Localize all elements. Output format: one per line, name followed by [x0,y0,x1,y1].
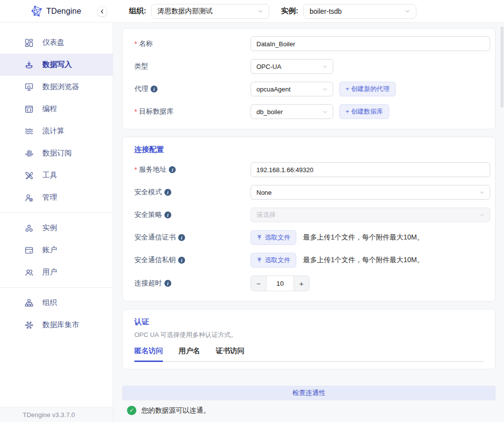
target-db-field-row: * 目标数据库 db_boiler + 创建数据库 [134,104,490,119]
security-mode-value: None [256,189,272,196]
auth-card: 认证 OPC UA 可选择使用多种认证方式。 匿名访问 用户名 证书访问 [122,309,496,369]
version-text: TDengine v3.3.7.0 [23,411,75,419]
info-icon[interactable]: i [164,280,171,287]
sidebar-item-dashboard[interactable]: 仪表盘 [0,31,113,54]
org-label: 组织: [129,6,146,16]
required-asterisk: * [134,40,137,48]
agent-select[interactable]: opcuaAgent [251,82,333,96]
key-upload-hint: 最多上传1个文件，每个附件最大10M。 [303,256,424,265]
check-connectivity-button[interactable]: 检查连通性 [122,386,496,400]
sidebar-item-subscription[interactable]: 数据订阅 [0,142,113,164]
dashboard-icon [24,37,34,48]
chevron-left-icon [99,9,105,14]
context-switchers: 组织: 涛思数据内部测试 实例: boiler-tsdb [113,4,504,19]
sidebar-item-programming[interactable]: 编程 [0,98,113,120]
brand: TDengine [31,5,81,18]
brand-name: TDengine [46,7,81,16]
sidebar: 仪表盘 数据写入 [0,23,113,422]
timeout-label: 连接超时 [134,279,162,288]
type-select[interactable]: OPC-UA [251,59,333,74]
timeout-stepper: − 10 + [251,275,310,291]
cert-upload-hint: 最多上传1个文件，每个附件最大10M。 [303,233,424,242]
tab-certificate[interactable]: 证书访问 [216,346,245,361]
create-db-button[interactable]: + 创建数据库 [339,104,389,119]
organization-icon [24,298,34,308]
agent-select-value: opcuaAgent [256,86,290,93]
info-icon[interactable]: i [164,211,171,218]
chevron-down-icon [479,189,485,196]
sidebar-item-users[interactable]: 用户 [0,261,113,283]
key-upload-row: 安全通信私钥 i 选取文件 最多上传1个文件，每个附件最大10 [134,253,490,268]
info-icon[interactable]: i [164,189,171,196]
sidebar-item-instances[interactable]: 实例 [0,217,113,239]
tab-anonymous[interactable]: 匿名访问 [134,346,163,362]
decrement-button[interactable]: − [251,276,266,291]
agent-field-row: 代理 i opcuaAgent + 创建新的代理 [134,82,490,96]
security-mode-select[interactable]: None [251,185,490,200]
instance-select-value: boiler-tsdb [310,7,342,15]
sidebar-item-db-market[interactable]: 数据库集市 [0,314,113,336]
sidebar-item-data-in[interactable]: 数据写入 [0,54,113,76]
name-input[interactable] [251,36,490,51]
sidebar-item-data-explorer[interactable]: 数据浏览器 [0,76,113,98]
sidebar-item-label: 账户 [42,245,57,255]
sidebar-item-organization[interactable]: 组织 [0,292,113,314]
sidebar-item-label: 实例 [42,223,57,233]
sidebar-item-accounts[interactable]: 账户 [0,239,113,261]
key-upload-button[interactable]: 选取文件 [251,253,296,268]
sidebar-collapse-button[interactable] [97,6,107,17]
auth-title: 认证 [134,317,483,327]
tab-username[interactable]: 用户名 [179,346,200,361]
sidebar-item-label: 数据库集市 [42,320,79,330]
target-db-select-value: db_boiler [256,108,283,116]
basic-info-card: * 名称 类型 OPC-UA [122,28,496,129]
instances-icon [24,223,34,234]
subscription-icon [24,148,34,159]
required-asterisk: * [134,166,137,174]
info-icon[interactable]: i [178,257,185,264]
instance-select[interactable]: boiler-tsdb [303,4,416,19]
data-in-icon [24,60,34,70]
cert-upload-label: 选取文件 [265,233,290,242]
timeout-value[interactable]: 10 [266,276,294,291]
accounts-icon [24,245,34,256]
target-db-select[interactable]: db_boiler [251,104,333,119]
sidebar-item-tools[interactable]: 工具 [0,164,113,186]
scrollbar[interactable] [501,27,504,417]
sidebar-item-management[interactable]: 管理 [0,186,113,209]
cert-label: 安全通信证书 [134,233,176,242]
server-address-input[interactable] [251,162,490,177]
timeout-row: 连接超时 i − 10 + [134,275,490,291]
sidebar-divider [0,287,113,288]
sidebar-nav: 仪表盘 数据写入 [0,23,113,407]
cert-upload-button[interactable]: 选取文件 [251,230,296,245]
security-mode-label: 安全模式 [134,188,162,197]
db-market-icon [24,320,34,331]
sidebar-item-stream[interactable]: 流计算 [0,120,113,142]
chevron-down-icon [404,8,411,15]
sidebar-divider [0,212,113,213]
info-icon[interactable]: i [178,234,185,241]
brand-area: TDengine [0,0,113,22]
connectivity-result: ✓ 您的数据源可以连通。 [122,406,496,415]
private-key-label: 安全通信私钥 [134,256,176,265]
name-label: 名称 [139,39,153,48]
instance-label: 实例: [281,6,298,16]
check-circle-icon: ✓ [127,406,136,415]
chevron-down-icon [322,63,328,70]
org-select[interactable]: 涛思数据内部测试 [151,4,269,19]
agent-label: 代理 [134,85,148,93]
chevron-down-icon [257,8,264,15]
cert-upload-row: 安全通信证书 i 选取文件 最多上传1个文件，每个附件最大10 [134,230,490,245]
connection-config-card: 连接配置 * 服务地址 i 安全模式 i [122,137,496,301]
sidebar-item-label: 数据订阅 [42,149,72,158]
increment-button[interactable]: + [294,276,309,291]
scrollbar-thumb[interactable] [501,27,504,108]
info-icon[interactable]: i [151,86,158,92]
info-icon[interactable]: i [169,166,176,173]
create-agent-button[interactable]: + 创建新的代理 [339,82,396,96]
server-field-row: * 服务地址 i [134,162,490,177]
chevron-down-icon [322,109,328,115]
data-explorer-icon [24,82,34,92]
app-window: TDengine 组织: 涛思数据内部测试 实例: boiler-tsdb [0,0,504,422]
